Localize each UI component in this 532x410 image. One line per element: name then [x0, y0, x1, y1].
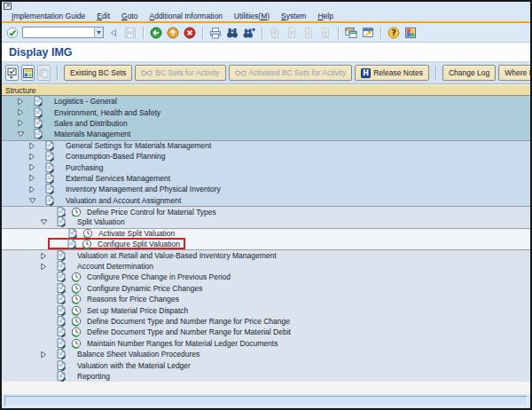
tree-item-label[interactable]: Consumption-Based Planning — [66, 152, 165, 161]
exit-icon[interactable] — [166, 26, 180, 40]
tree-item-label[interactable]: Purchasing — [66, 163, 104, 172]
print-icon[interactable] — [208, 26, 223, 40]
img-node-icon[interactable] — [56, 217, 66, 227]
img-node-icon[interactable] — [56, 261, 66, 272]
expander-collapsed-icon[interactable] — [27, 174, 36, 182]
legend-button[interactable] — [21, 65, 35, 81]
expander-collapsed-icon[interactable] — [16, 108, 25, 116]
help-icon[interactable]: ? — [387, 26, 401, 40]
img-activity-icon[interactable] — [71, 305, 82, 316]
tree-item-label[interactable]: Reporting — [77, 372, 110, 381]
tree-item-label[interactable]: Activate Split Valuation — [98, 229, 175, 238]
expander-collapsed-icon[interactable] — [16, 98, 25, 106]
position-button[interactable] — [5, 65, 19, 81]
expander-expanded-icon[interactable] — [27, 196, 36, 204]
menu-help[interactable]: Help — [317, 12, 333, 20]
command-field-dropdown-icon[interactable] — [94, 28, 103, 37]
img-node-icon[interactable] — [56, 283, 66, 294]
tree-item-label[interactable]: Define Document Type and Number Range fo… — [87, 327, 291, 336]
tree-item-label[interactable]: Define Price Control for Material Types — [87, 208, 216, 217]
change-log-button[interactable]: Change Log — [442, 65, 496, 81]
img-node-icon[interactable] — [56, 371, 66, 382]
menu-goto[interactable]: Goto — [121, 12, 137, 20]
tree-item-label[interactable]: External Services Management — [66, 174, 170, 183]
img-activity-icon[interactable] — [82, 239, 92, 249]
img-node-icon[interactable] — [44, 195, 55, 206]
expander-collapsed-icon[interactable] — [27, 185, 36, 193]
new-session-icon[interactable] — [344, 26, 358, 40]
tree-item-label[interactable]: Materials Management — [54, 130, 130, 138]
tree-item-label[interactable]: General Settings for Materials Managemen… — [66, 141, 211, 150]
expander-expanded-icon[interactable] — [16, 130, 25, 138]
find-next-icon[interactable] — [242, 26, 256, 40]
img-node-icon[interactable] — [66, 239, 77, 249]
img-node-icon[interactable] — [56, 338, 66, 349]
collapse-icon[interactable] — [106, 26, 121, 40]
img-activity-icon[interactable] — [71, 283, 82, 294]
create-shortcut-icon[interactable] — [361, 26, 375, 40]
img-node-icon[interactable] — [56, 316, 66, 327]
img-node-icon[interactable] — [44, 140, 55, 151]
tree-item-label[interactable]: Sales and Distribution — [54, 119, 128, 128]
tree-item-label[interactable]: Reasons for Price Changes — [87, 295, 179, 304]
customize-layout-icon[interactable] — [403, 26, 418, 40]
menu-additional-information[interactable]: Additional Information — [149, 12, 222, 20]
img-activity-icon[interactable] — [71, 316, 82, 327]
enter-icon[interactable] — [5, 26, 20, 40]
img-node-icon[interactable] — [56, 272, 66, 282]
find-icon[interactable] — [225, 26, 239, 40]
tree-item-label[interactable]: Account Determination — [77, 262, 153, 271]
img-node-icon[interactable] — [56, 327, 66, 337]
existing-bc-sets-button[interactable]: Existing BC Sets — [64, 65, 132, 81]
img-node-icon[interactable] — [56, 349, 66, 359]
where-else-used-button[interactable]: Where Else Used — [498, 65, 532, 81]
tree-item-label[interactable]: Environment, Health and Safety — [54, 108, 160, 117]
expander-collapsed-icon[interactable] — [27, 142, 36, 150]
tree-item-label[interactable]: Configure Price Change in Previous Perio… — [87, 272, 231, 281]
img-node-icon[interactable] — [33, 129, 43, 139]
img-activity-icon[interactable] — [71, 294, 82, 304]
expander-collapsed-icon[interactable] — [39, 351, 48, 359]
img-node-icon[interactable] — [56, 294, 66, 304]
img-node-icon[interactable] — [44, 151, 55, 162]
img-node-icon[interactable] — [44, 162, 55, 173]
img-node-icon[interactable] — [56, 250, 66, 261]
tree-item-label[interactable]: Set up Material Price Dispatch — [87, 306, 188, 315]
expander-collapsed-icon[interactable] — [27, 153, 36, 161]
tree-item-label[interactable]: Split Valuation — [77, 217, 125, 226]
back-icon[interactable] — [149, 26, 163, 40]
img-activity-icon[interactable] — [71, 327, 82, 337]
tree-item-label[interactable]: Inventory Management and Physical Invent… — [66, 185, 221, 193]
tree-item-label[interactable]: Valuation at Retail and Value-Based Inve… — [77, 251, 277, 260]
expander-collapsed-icon[interactable] — [16, 119, 25, 127]
img-node-icon[interactable] — [56, 360, 66, 371]
system-menu-icon[interactable] — [4, 3, 12, 10]
expander-collapsed-icon[interactable] — [39, 252, 48, 260]
expander-collapsed-icon[interactable] — [27, 163, 36, 171]
img-node-icon[interactable] — [44, 173, 55, 184]
tree-item-label[interactable]: Valuation and Account Assignment — [66, 196, 181, 205]
img-activity-icon[interactable] — [71, 338, 82, 349]
expander-expanded-icon[interactable] — [39, 218, 48, 226]
tree-item-label[interactable]: Valuation with the Material Ledger — [77, 361, 191, 370]
tree-item-label[interactable]: Configure Dynamic Price Changes — [87, 284, 202, 293]
menu-implementation-guide[interactable]: Implementation Guide — [12, 12, 85, 20]
img-node-icon[interactable] — [56, 305, 66, 316]
img-node-icon[interactable] — [33, 107, 43, 118]
img-node-icon[interactable] — [56, 207, 66, 217]
expander-collapsed-icon[interactable] — [39, 263, 48, 271]
menu-utilities-m[interactable]: Utilities(M) — [234, 12, 270, 20]
menu-edit[interactable]: Edit — [97, 12, 110, 20]
command-input[interactable] — [23, 28, 94, 37]
img-node-icon[interactable] — [33, 96, 43, 106]
img-activity-icon[interactable] — [71, 207, 82, 217]
tree-item-label[interactable]: Configure Split Valuation — [98, 240, 180, 248]
tree-item-label[interactable]: Balance Sheet Valuation Procedures — [77, 350, 200, 359]
img-node-icon[interactable] — [33, 118, 43, 129]
cancel-icon[interactable] — [183, 26, 197, 40]
menu-system[interactable]: System — [281, 12, 306, 20]
img-node-icon[interactable] — [44, 184, 55, 194]
tree-item-label[interactable]: Define Document Type and Number Range fo… — [87, 317, 290, 326]
img-activity-icon[interactable] — [71, 272, 82, 282]
release-notes-button[interactable]: HRelease Notes — [355, 65, 429, 81]
